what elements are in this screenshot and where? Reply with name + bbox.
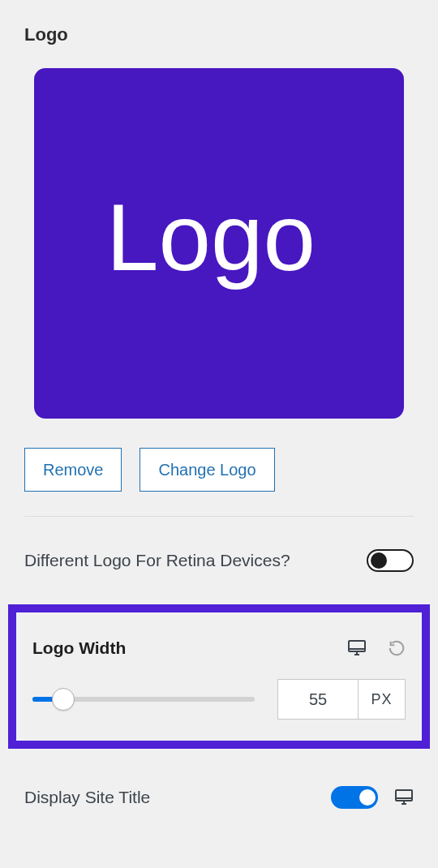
divider (24, 516, 414, 517)
retina-toggle[interactable] (367, 549, 414, 572)
logo-width-icon-row (347, 639, 406, 657)
logo-button-row: Remove Change Logo (24, 448, 414, 492)
logo-width-slider[interactable] (32, 697, 255, 702)
logo-width-slider-row: PX (32, 679, 406, 720)
retina-logo-row: Different Logo For Retina Devices? (24, 541, 414, 580)
logo-width-label: Logo Width (32, 638, 126, 658)
svg-rect-4 (396, 790, 412, 801)
retina-label: Different Logo For Retina Devices? (24, 551, 290, 570)
responsive-desktop-icon[interactable] (347, 639, 367, 657)
slider-thumb[interactable] (52, 688, 75, 711)
site-title-toggle[interactable] (331, 786, 378, 809)
toggle-knob (371, 552, 387, 569)
responsive-desktop-icon[interactable] (394, 789, 414, 806)
change-logo-button[interactable]: Change Logo (140, 448, 274, 492)
logo-width-value-group: PX (277, 679, 406, 720)
toggle-knob (359, 789, 376, 806)
site-title-controls (331, 786, 414, 809)
logo-preview-text: Logo (106, 183, 316, 292)
remove-button[interactable]: Remove (24, 448, 122, 492)
logo-preview[interactable]: Logo (34, 68, 404, 419)
logo-width-unit[interactable]: PX (358, 680, 405, 719)
section-title-logo: Logo (24, 24, 414, 45)
svg-rect-0 (349, 641, 365, 651)
logo-width-panel: Logo Width P (8, 604, 430, 749)
logo-width-input[interactable] (278, 680, 358, 719)
site-title-row: Display Site Title (24, 786, 414, 809)
logo-width-header: Logo Width (32, 638, 406, 658)
site-title-label: Display Site Title (24, 788, 150, 807)
reset-icon[interactable] (388, 639, 406, 657)
logo-preview-container: Logo (24, 68, 414, 419)
